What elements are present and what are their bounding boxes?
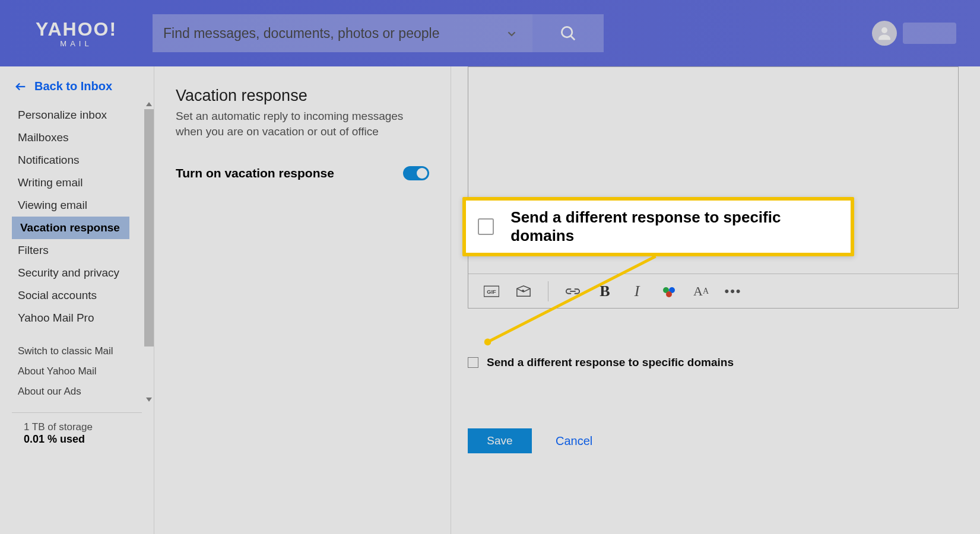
callout-label: Send a different response to specific do… [510, 208, 839, 245]
scrollbar-thumb[interactable] [144, 109, 154, 347]
sidebar-item-viewing[interactable]: Viewing email [0, 194, 154, 217]
svg-line-1 [571, 36, 575, 40]
svg-point-9 [666, 291, 672, 297]
panel-title: Vacation response [176, 87, 429, 105]
sidebar-item-mailboxes[interactable]: Mailboxes [0, 126, 154, 149]
avatar [872, 21, 897, 46]
storage-used: 0.01 % used [24, 433, 130, 446]
sidebar-item-writing[interactable]: Writing email [0, 171, 154, 194]
different-response-checkbox[interactable] [468, 357, 478, 368]
toolbar-divider [548, 281, 548, 301]
about-ads-link[interactable]: About our Ads [18, 382, 136, 402]
action-buttons: Save Cancel [468, 428, 959, 453]
cancel-button[interactable]: Cancel [556, 434, 592, 448]
sidebar-items: Personalize inbox Mailboxes Notification… [0, 104, 154, 329]
font-size-icon[interactable]: AA [693, 284, 709, 299]
card-icon[interactable] [516, 284, 531, 299]
sidebar-item-notifications[interactable]: Notifications [0, 149, 154, 171]
gif-icon[interactable]: GIF [484, 284, 499, 299]
sidebar-footer-links: Switch to classic Mail About Yahoo Mail … [0, 329, 154, 402]
yahoo-logo: YAHOO! MAIL [36, 20, 117, 47]
toggle-row: Turn on vacation response [176, 166, 429, 180]
save-button[interactable]: Save [468, 428, 532, 453]
toggle-label: Turn on vacation response [176, 166, 334, 180]
sidebar-item-filters[interactable]: Filters [0, 239, 154, 262]
svg-point-2 [881, 27, 887, 33]
storage-total: 1 TB of storage [24, 421, 130, 433]
logo-bang: ! [109, 18, 117, 40]
italic-icon[interactable]: I [629, 284, 645, 299]
sidebar-divider [12, 412, 142, 413]
switch-classic-link[interactable]: Switch to classic Mail [18, 341, 136, 361]
message-editor[interactable]: GIF B I AA ••• [468, 66, 959, 309]
settings-sidebar: Back to Inbox Personalize inbox Mailboxe… [0, 66, 154, 534]
vacation-toggle[interactable] [403, 166, 429, 180]
scroll-down-icon[interactable] [146, 398, 152, 402]
back-to-inbox-link[interactable]: Back to Inbox [0, 66, 154, 104]
logo-subtext: MAIL [36, 40, 117, 47]
search-icon [559, 24, 577, 42]
svg-point-0 [562, 27, 572, 37]
different-response-label: Send a different response to specific do… [487, 356, 734, 369]
logo-text: YAHOO [36, 18, 109, 40]
account-menu[interactable] [872, 21, 956, 46]
arrow-left-icon [14, 80, 27, 93]
about-mail-link[interactable]: About Yahoo Mail [18, 361, 136, 382]
sidebar-item-pro[interactable]: Yahoo Mail Pro [0, 307, 154, 329]
svg-text:GIF: GIF [487, 288, 496, 294]
app-header: YAHOO! MAIL [0, 0, 980, 66]
different-response-row: Send a different response to specific do… [468, 356, 959, 369]
editor-toolbar: GIF B I AA ••• [468, 274, 958, 308]
search-input[interactable] [153, 14, 532, 52]
panel-description: Set an automatic reply to incoming messa… [176, 109, 429, 139]
back-label: Back to Inbox [34, 80, 112, 93]
search-wrap [153, 14, 604, 52]
search-button[interactable] [532, 14, 604, 52]
color-icon[interactable] [661, 284, 677, 299]
more-icon[interactable]: ••• [725, 284, 741, 299]
sidebar-item-social[interactable]: Social accounts [0, 284, 154, 307]
sidebar-item-vacation[interactable]: Vacation response [12, 217, 129, 239]
person-icon [876, 24, 893, 42]
sidebar-item-personalize[interactable]: Personalize inbox [0, 104, 154, 126]
storage-info: 1 TB of storage 0.01 % used [0, 421, 154, 446]
callout-checkbox[interactable] [478, 218, 494, 235]
scroll-up-icon[interactable] [146, 102, 152, 106]
sidebar-item-security[interactable]: Security and privacy [0, 262, 154, 284]
account-name-placeholder [903, 23, 956, 44]
vacation-settings-panel: Vacation response Set an automatic reply… [154, 66, 451, 534]
bold-icon[interactable]: B [597, 284, 613, 299]
annotation-callout: Send a different response to specific do… [462, 197, 854, 256]
link-icon[interactable] [565, 284, 581, 299]
vacation-editor-panel: GIF B I AA ••• Send a different [451, 66, 980, 534]
